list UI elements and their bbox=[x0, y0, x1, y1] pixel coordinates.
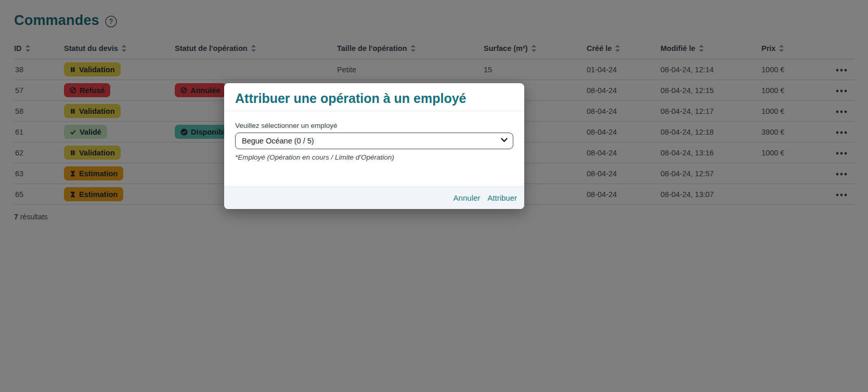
cancel-button[interactable]: Annuler bbox=[454, 193, 481, 202]
assign-button[interactable]: Attribuer bbox=[487, 193, 517, 202]
dialog-title: Attribuer une opération à un employé bbox=[235, 91, 513, 106]
dialog-body: Veuillez sélectionner un employé Begue O… bbox=[224, 111, 524, 186]
dialog-footer: Annuler Attribuer bbox=[224, 186, 524, 209]
employee-select-help-text: *Employé (Opération en cours / Limite d'… bbox=[235, 153, 513, 161]
employee-select[interactable]: Begue Océane (0 / 5) bbox=[235, 133, 513, 149]
employee-select-label: Veuillez sélectionner un employé bbox=[235, 122, 513, 129]
assign-operation-dialog: Attribuer une opération à un employé Veu… bbox=[224, 83, 524, 209]
dialog-header: Attribuer une opération à un employé bbox=[224, 83, 524, 111]
